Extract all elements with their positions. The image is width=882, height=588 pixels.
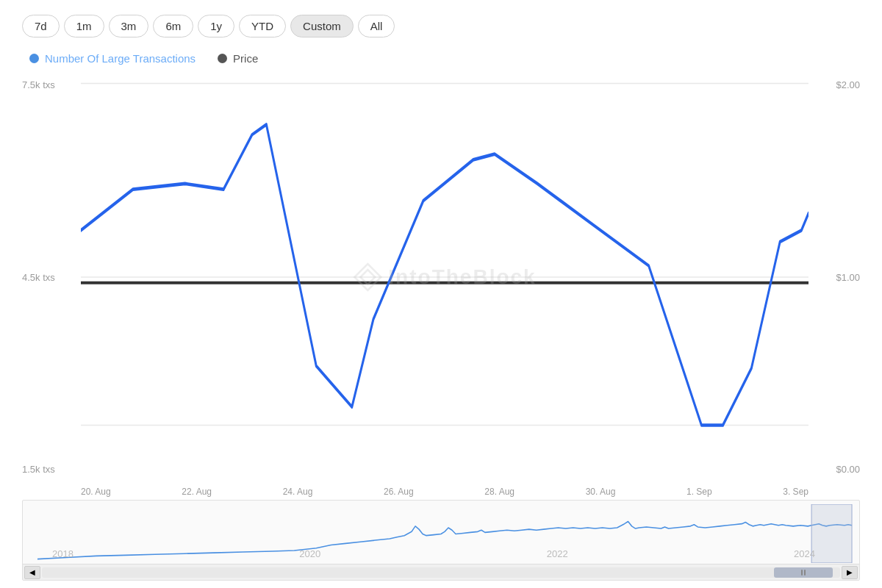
x-label-7: 3. Sep (783, 487, 808, 497)
time-btn-custom[interactable]: Custom (290, 15, 354, 37)
time-btn-7d[interactable]: 7d (22, 15, 60, 37)
main-chart-svg (81, 72, 808, 482)
scroll-left-arrow[interactable]: ◀ (24, 566, 40, 579)
scroll-bar: ◀ ▶ (23, 564, 859, 580)
time-btn-all[interactable]: All (358, 15, 395, 37)
x-label-1: 22. Aug (182, 487, 212, 497)
y-left-bottom: 1.5k txs (22, 464, 55, 475)
legend-dot-price (218, 54, 227, 63)
legend-item-price: Price (218, 52, 258, 65)
y-right-top: $2.00 (836, 79, 860, 90)
x-label-5: 30. Aug (586, 487, 616, 497)
svg-rect-6 (811, 504, 852, 563)
main-chart-wrapper: 7.5k txs 4.5k txs 1.5k txs IntoTheBlock (22, 72, 860, 497)
time-btn-1m[interactable]: 1m (64, 15, 104, 37)
y-axis-left: 7.5k txs 4.5k txs 1.5k txs (22, 72, 81, 497)
main-container: 7d1m3m6m1yYTDCustomAll Number Of Large T… (0, 0, 882, 588)
scroll-thumb[interactable] (774, 567, 833, 578)
legend-label-transactions: Number Of Large Transactions (45, 52, 196, 65)
time-filter-bar: 7d1m3m6m1yYTDCustomAll (22, 15, 860, 37)
chart-svg-container: IntoTheBlock (81, 72, 808, 482)
time-btn-3m[interactable]: 3m (109, 15, 149, 37)
time-btn-ytd[interactable]: YTD (239, 15, 286, 37)
mini-chart-wrapper: 2018202020222024 ◀ ▶ (22, 500, 860, 581)
y-right-bottom: $0.00 (836, 464, 860, 475)
scroll-right-arrow[interactable]: ▶ (842, 566, 858, 579)
y-right-mid: $1.00 (836, 272, 860, 283)
mini-chart-svg (23, 504, 859, 563)
x-label-0: 20. Aug (81, 487, 111, 497)
time-btn-6m[interactable]: 6m (153, 15, 193, 37)
x-label-4: 28. Aug (484, 487, 514, 497)
scroll-thumb-handle (801, 570, 806, 576)
y-left-mid: 4.5k txs (22, 272, 55, 283)
time-btn-1y[interactable]: 1y (198, 15, 234, 37)
x-label-6: 1. Sep (686, 487, 712, 497)
x-label-3: 26. Aug (384, 487, 414, 497)
legend-dot-transactions (29, 54, 39, 63)
chart-plot-area: IntoTheBlock 20. Aug22. Aug24. Aug26. Au… (81, 72, 808, 497)
y-left-top: 7.5k txs (22, 79, 55, 90)
chart-legend: Number Of Large Transactions Price (22, 52, 860, 65)
x-axis: 20. Aug22. Aug24. Aug26. Aug28. Aug30. A… (81, 482, 808, 497)
legend-item-transactions: Number Of Large Transactions (29, 52, 196, 65)
y-axis-right: $2.00 $1.00 $0.00 (808, 72, 860, 497)
x-label-2: 24. Aug (283, 487, 313, 497)
legend-label-price: Price (233, 52, 258, 65)
scroll-track[interactable] (42, 567, 840, 578)
